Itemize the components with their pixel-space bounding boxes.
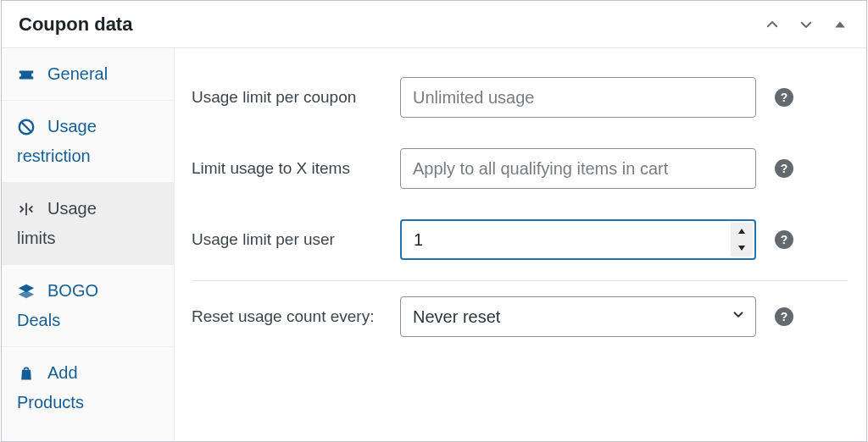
field-label: Reset usage count every: [192,307,400,326]
svg-marker-7 [738,246,745,251]
select-value: Never reset [413,307,500,327]
sidebar-item-general[interactable]: General [2,48,174,101]
usage-limit-per-coupon-input[interactable] [400,77,756,118]
coupon-data-panel: Coupon data General [1,0,867,442]
help-icon[interactable]: ? [775,230,793,249]
panel-header: Coupon data [2,1,866,48]
sidebar-item-label: BOGO [47,279,98,303]
sidebar-item-label: Add [47,361,78,385]
sidebar: General Usage restriction Usage [2,48,175,441]
panel-move-up-icon[interactable] [763,15,782,34]
panel-title: Coupon data [19,14,132,36]
svg-line-2 [22,122,31,131]
ban-icon [17,118,36,136]
panel-move-down-icon[interactable] [797,15,815,34]
field-control [400,219,756,260]
sidebar-item-label: Usage [47,196,97,221]
spinner-down-icon[interactable] [731,240,753,257]
field-control [400,148,756,189]
sidebar-item-label2: restriction [17,144,159,169]
sidebar-item-label: General [47,62,108,86]
sidebar-item-add-products[interactable]: Add Products [2,347,174,428]
help-icon[interactable]: ? [775,88,793,107]
panel-toggle-icon[interactable] [831,15,849,34]
field-usage-limit-per-user: Usage limit per user ? [192,204,848,275]
ticket-icon [17,65,36,84]
sidebar-item-label2: Deals [17,308,159,333]
sidebar-item-label: Usage [47,114,97,139]
svg-marker-6 [738,229,745,234]
sidebar-item-bogo-deals[interactable]: BOGO Deals [2,265,174,347]
field-control: Never reset [400,296,756,337]
field-limit-usage-to-x-items: Limit usage to X items ? [192,133,848,204]
sidebar-item-label2: Products [17,390,159,415]
field-label: Usage limit per user [192,230,400,249]
number-spinner [731,223,753,257]
sidebar-item-usage-limits[interactable]: Usage limits [2,183,174,265]
sidebar-item-label2: limits [17,226,159,251]
field-usage-limit-per-coupon: Usage limit per coupon ? [192,62,848,133]
sidebar-item-usage-restriction[interactable]: Usage restriction [2,101,174,183]
help-icon[interactable]: ? [775,159,793,178]
shopping-bag-icon [17,364,36,383]
panel-body: General Usage restriction Usage [2,48,866,441]
panel-header-controls [763,15,849,34]
usage-limit-per-user-input[interactable] [400,219,756,260]
reset-usage-count-select[interactable]: Never reset [400,296,756,337]
field-reset-usage-count: Reset usage count every: Never reset ? [192,281,848,352]
limit-usage-to-x-items-input[interactable] [400,148,756,189]
layers-icon [17,282,36,301]
spinner-up-icon[interactable] [731,223,753,240]
content: Usage limit per coupon ? Limit usage to … [175,48,866,441]
help-icon[interactable]: ? [775,307,793,326]
field-label: Limit usage to X items [192,159,400,178]
collapse-horizontal-icon [17,200,36,218]
field-label: Usage limit per coupon [192,88,400,107]
svg-marker-5 [19,290,34,298]
field-control [400,77,756,118]
svg-marker-0 [835,21,845,27]
